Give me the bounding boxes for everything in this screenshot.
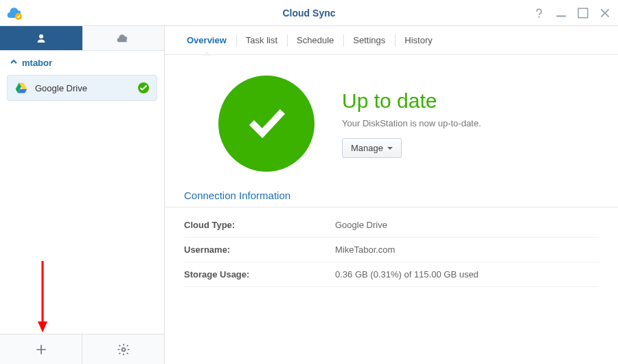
- content-tabs: Overview Task list Schedule Settings His…: [165, 26, 618, 55]
- value-storage: 0.36 GB (0.31%) of 115.00 GB used: [335, 269, 479, 280]
- status-indicator: [218, 76, 314, 172]
- tab-schedule[interactable]: Schedule: [287, 26, 343, 55]
- svg-point-8: [122, 348, 125, 351]
- label-cloud-type: Cloud Type:: [184, 220, 335, 230]
- chevron-up-icon: [10, 58, 18, 68]
- status-subtext: Your DiskStation is now up-to-date.: [342, 118, 481, 128]
- tab-tasklist[interactable]: Task list: [236, 26, 287, 55]
- status-text: Up to date Your DiskStation is now up-to…: [342, 89, 481, 158]
- account-group-toggle[interactable]: mtabor: [0, 51, 164, 72]
- mode-tab-account[interactable]: [0, 26, 82, 50]
- label-username: Username:: [184, 244, 335, 255]
- tab-history[interactable]: History: [395, 26, 442, 55]
- settings-button[interactable]: [82, 334, 164, 364]
- manage-button[interactable]: Manage: [342, 138, 402, 158]
- main-content: Overview Task list Schedule Settings His…: [165, 26, 618, 364]
- manage-label: Manage: [351, 143, 383, 153]
- window-controls: [533, 7, 611, 19]
- value-username: MikeTabor.com: [335, 244, 395, 255]
- sidebar-item-google-drive[interactable]: Google Drive: [7, 75, 157, 101]
- svg-rect-2: [556, 15, 566, 16]
- connection-info-table: Cloud Type: Google Drive Username: MikeT…: [165, 207, 618, 293]
- sidebar: mtabor Google Drive: [0, 26, 165, 364]
- gear-icon: [117, 343, 130, 356]
- status-heading: Up to date: [342, 89, 481, 113]
- info-row-storage: Storage Usage: 0.36 GB (0.31%) of 115.00…: [184, 262, 599, 287]
- overview-panel: Up to date Your DiskStation is now up-to…: [165, 55, 618, 185]
- sidebar-mode-tabs: [0, 26, 164, 51]
- sidebar-bottom-toolbar: [0, 334, 164, 364]
- caret-down-icon: [387, 147, 393, 150]
- close-button[interactable]: [599, 7, 611, 19]
- google-drive-icon: [14, 81, 28, 95]
- section-title-connection-info: Connection Information: [165, 190, 618, 207]
- checkmark-icon: [242, 99, 291, 148]
- svg-point-1: [538, 16, 540, 17]
- cloud-icon: [117, 32, 129, 45]
- label-storage: Storage Usage:: [184, 269, 335, 280]
- tab-settings[interactable]: Settings: [343, 26, 395, 55]
- add-connection-button[interactable]: [0, 334, 82, 364]
- app-icon: [7, 5, 23, 21]
- window-title: Cloud Sync: [282, 8, 335, 19]
- info-row-cloud-type: Cloud Type: Google Drive: [184, 213, 599, 238]
- status-ok-icon: [137, 82, 150, 94]
- value-cloud-type: Google Drive: [335, 220, 387, 230]
- account-name: mtabor: [22, 58, 52, 68]
- maximize-button[interactable]: [577, 7, 589, 19]
- svg-rect-3: [578, 8, 588, 18]
- connection-label: Google Drive: [35, 83, 87, 93]
- info-row-username: Username: MikeTabor.com: [184, 238, 599, 262]
- mode-tab-cloud[interactable]: [82, 26, 165, 50]
- minimize-button[interactable]: [555, 7, 567, 19]
- plus-icon: [34, 343, 48, 356]
- title-bar: Cloud Sync: [0, 0, 618, 26]
- help-icon[interactable]: [533, 7, 545, 19]
- user-icon: [35, 32, 47, 45]
- tab-overview[interactable]: Overview: [177, 26, 236, 55]
